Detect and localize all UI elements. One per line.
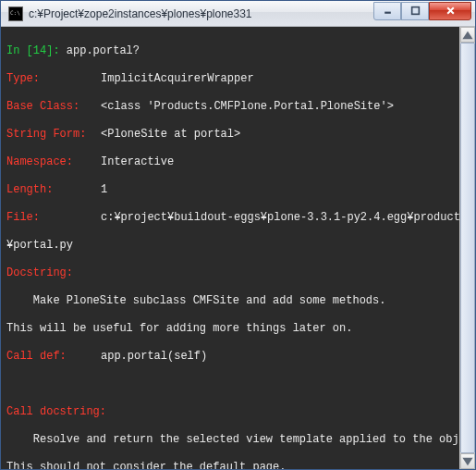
line: In [14]: app.portal?	[6, 44, 470, 58]
doc-line: Make PloneSite subclass CMFSite and add …	[6, 294, 385, 307]
calldoc-line: This should not consider the default pag…	[6, 461, 286, 469]
value-stringform: <PloneSite at portal>	[101, 128, 240, 141]
window-controls	[373, 2, 471, 20]
doc-line: This will be useful for adding more thin…	[6, 322, 352, 335]
vertical-scrollbar[interactable]	[459, 27, 475, 469]
line: This should not consider the default pag…	[6, 461, 470, 469]
console-window: c:¥Project¥zope2instances¥plones¥plone33…	[0, 0, 476, 470]
scroll-track[interactable]	[460, 43, 475, 453]
label-docstring: Docstring:	[6, 266, 73, 279]
svg-marker-5	[462, 457, 472, 464]
line: This will be useful for adding more thin…	[6, 322, 470, 336]
minimize-button[interactable]	[373, 2, 401, 20]
svg-marker-4	[462, 31, 472, 38]
value-file2: ¥portal.py	[6, 239, 73, 252]
close-button[interactable]	[429, 2, 471, 20]
titlebar[interactable]: c:¥Project¥zope2instances¥plones¥plone33…	[1, 1, 475, 27]
line: Base Class:<class 'Products.CMFPlone.Por…	[6, 100, 470, 114]
value-length: 1	[101, 183, 107, 196]
line: ¥portal.py	[6, 239, 470, 253]
window-title: c:¥Project¥zope2instances¥plones¥plone33…	[29, 7, 373, 20]
terminal-output[interactable]: In [14]: app.portal? Type:ImplicitAcquir…	[1, 27, 475, 469]
line: Length:1	[6, 183, 470, 197]
label-file: File:	[6, 211, 101, 225]
label-calldoc: Call docstring:	[6, 405, 106, 418]
scroll-thumb[interactable]	[460, 43, 475, 453]
value-calldef: app.portal(self)	[101, 350, 207, 363]
line: Make PloneSite subclass CMFSite and add …	[6, 294, 470, 308]
command: app.portal?	[67, 44, 140, 57]
svg-rect-1	[411, 7, 419, 15]
scroll-up-button[interactable]	[460, 27, 475, 43]
line: String Form:<PloneSite at portal>	[6, 128, 470, 142]
value-namespace: Interactive	[101, 155, 174, 168]
line: File:c:¥project¥buildout-eggs¥plone-3.3.…	[6, 211, 470, 225]
calldoc-line: Resolve and return the selected view tem…	[6, 433, 475, 446]
value-type: ImplicitAcquirerWrapper	[101, 72, 254, 85]
prompt: In [14]:	[6, 44, 60, 57]
value-baseclass: <class 'Products.CMFPlone.Portal.PloneSi…	[101, 100, 394, 113]
line: Call docstring:	[6, 405, 470, 419]
label-type: Type:	[6, 72, 101, 86]
label-stringform: String Form:	[6, 128, 101, 142]
value-file: c:¥project¥buildout-eggs¥plone-3.3.1-py2…	[101, 211, 475, 224]
line: Type:ImplicitAcquirerWrapper	[6, 72, 470, 86]
cmd-icon	[8, 6, 23, 21]
line: Docstring:	[6, 266, 470, 280]
label-calldef: Call def:	[6, 350, 101, 364]
line: Namespace:Interactive	[6, 155, 470, 169]
label-namespace: Namespace:	[6, 155, 101, 169]
line: Resolve and return the selected view tem…	[6, 433, 470, 447]
scroll-down-button[interactable]	[460, 453, 475, 469]
blank-line	[6, 377, 470, 391]
line: Call def:app.portal(self)	[6, 350, 470, 364]
label-length: Length:	[6, 183, 101, 197]
label-baseclass: Base Class:	[6, 100, 101, 114]
maximize-button[interactable]	[401, 2, 429, 20]
